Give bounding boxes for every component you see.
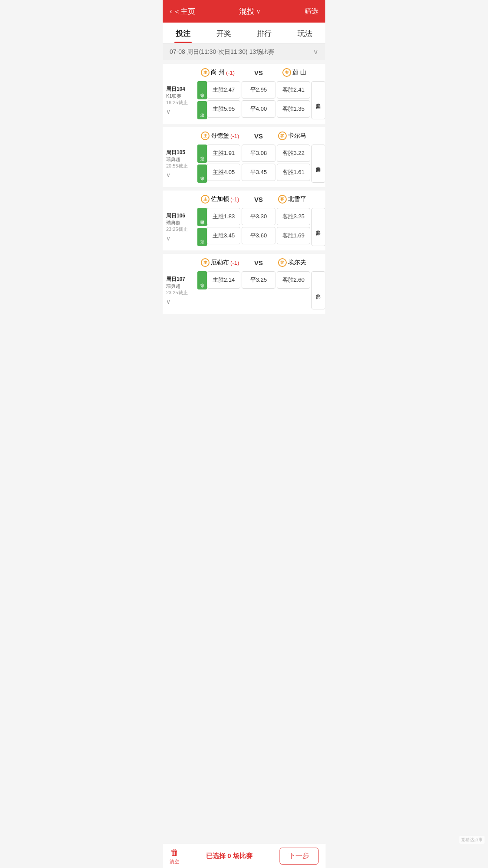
odds-rang-home-105[interactable]: 主胜4.05: [207, 164, 240, 181]
home-handicap: (-1): [230, 260, 239, 266]
label-rang-106: 让球: [197, 228, 207, 246]
home-team-name: 哥德堡: [211, 132, 229, 140]
date-bar[interactable]: 07-08 周日(11:30-次日11:30) 13场比赛 ∨: [163, 43, 325, 60]
away-badge-icon: 客: [282, 68, 291, 77]
odds-rang-away-105[interactable]: 客胜1.61: [277, 164, 310, 181]
match-expand-icon[interactable]: ∨: [166, 108, 170, 115]
match-content-106: 非让球 让球 主胜1.83 平3.30 客胜3.25 主胜3.45 平3.60 …: [197, 208, 325, 246]
odds-rang-away-104[interactable]: 客胜1.35: [277, 100, 310, 118]
home-team-104: 主 尚 州 (-1): [201, 68, 235, 77]
title-text: 混投: [239, 6, 255, 16]
odds-home-win-105[interactable]: 主胜1.91: [207, 145, 240, 162]
tab-wanfa[interactable]: 玩法: [285, 23, 325, 43]
match-league: 瑞典超: [166, 220, 180, 226]
home-team-name: 佐加顿: [211, 195, 229, 203]
vs-text: VS: [254, 259, 263, 266]
tab-kaijiang[interactable]: 开奖: [203, 23, 244, 43]
tab-bar: 投注 开奖 排行 玩法: [163, 23, 325, 43]
odds-away-win-106[interactable]: 客胜3.25: [277, 208, 310, 225]
label-rang-104: 让球: [197, 101, 207, 119]
match-expand-icon[interactable]: ∨: [166, 235, 170, 242]
odds-draw-107[interactable]: 平3.25: [242, 271, 275, 289]
match-id: 周日107: [166, 276, 185, 283]
back-button[interactable]: ‹ ＜主页: [170, 7, 195, 16]
home-team-name: 尚 州: [211, 69, 225, 76]
odds-draw-106[interactable]: 平3.30: [242, 208, 275, 225]
teams-row-104: 主 尚 州 (-1) VS 客 蔚 山: [166, 68, 325, 79]
label-feirang-107: 非让球: [197, 271, 207, 289]
match-content-107: 非让球 让球 主胜2.14 平3.25 客胜2.60 全部: [197, 271, 325, 309]
match-card-105: 主 哥德堡 (-1) VS 客 卡尔马 周日105 瑞典超 20:55截止 ∨ …: [163, 127, 325, 187]
odds-row-1-104: 主胜2.47 平2.95 客胜2.41: [207, 81, 310, 99]
match-card-106: 主 佐加顿 (-1) VS 客 北雪平 周日106 瑞典超 23:25截止 ∨ …: [163, 191, 325, 250]
vs-text: VS: [254, 196, 263, 203]
teams-row-107: 主 厄勒布 (-1) VS 客 埃尔夫: [166, 258, 325, 269]
matches-list: 主 尚 州 (-1) VS 客 蔚 山 周日104 K1联赛 18:25截止 ∨…: [163, 64, 325, 345]
odds-row-1-105: 主胜1.91 平3.08 客胜3.22: [207, 145, 310, 162]
odds-rang-home-106[interactable]: 主胜3.45: [207, 227, 240, 244]
match-content-104: 非让球 让球 主胜2.47 平2.95 客胜2.41 主胜5.95 平4.00 …: [197, 81, 325, 119]
filter-button[interactable]: 筛选: [305, 7, 318, 16]
away-team-name: 北雪平: [288, 195, 306, 203]
match-expand-icon[interactable]: ∨: [166, 171, 170, 178]
home-badge-icon: 主: [201, 195, 210, 204]
expand-button-104[interactable]: 全部展开: [311, 81, 325, 119]
vs-text: VS: [254, 69, 263, 76]
match-expand-icon[interactable]: ∨: [166, 298, 170, 305]
match-time: 23:25截止: [166, 226, 188, 233]
home-team-107: 主 厄勒布 (-1): [201, 258, 239, 267]
expand-button-107[interactable]: 全部: [311, 271, 325, 309]
odds-away-win-107[interactable]: 客胜2.60: [277, 271, 310, 289]
match-id: 周日105: [166, 149, 185, 156]
back-label: ＜主页: [173, 7, 195, 16]
tab-touzhu[interactable]: 投注: [163, 23, 203, 43]
home-handicap: (-1): [226, 69, 235, 76]
away-badge-icon: 客: [278, 258, 287, 267]
match-time: 20:55截止: [166, 163, 188, 169]
match-time: 23:25截止: [166, 289, 188, 296]
header: ‹ ＜主页 混投 ∨ 筛选: [163, 0, 325, 23]
expand-button-105[interactable]: 全部展开: [311, 145, 325, 183]
label-feirang-105: 非让球: [197, 145, 207, 163]
odds-home-win-107[interactable]: 主胜2.14: [207, 271, 240, 289]
odds-rang-home-104[interactable]: 主胜5.95: [207, 100, 240, 118]
tab-paihang[interactable]: 排行: [244, 23, 285, 43]
odds-draw-104[interactable]: 平2.95: [242, 81, 275, 99]
vs-text: VS: [254, 132, 263, 140]
away-team-name: 蔚 山: [292, 69, 306, 76]
odds-rang-draw-104[interactable]: 平4.00: [242, 100, 275, 118]
odds-row-2-104: 主胜5.95 平4.00 客胜1.35: [207, 100, 310, 118]
match-info-105: 周日105 瑞典超 20:55截止 ∨: [166, 145, 197, 183]
date-bar-arrow-icon: ∨: [313, 48, 318, 56]
odds-rang-draw-106[interactable]: 平3.60: [242, 227, 275, 244]
odds-rang-away-106[interactable]: 客胜1.69: [277, 227, 310, 244]
match-content-105: 非让球 让球 主胜1.91 平3.08 客胜3.22 主胜4.05 平3.45 …: [197, 145, 325, 183]
odds-home-win-104[interactable]: 主胜2.47: [207, 81, 240, 99]
match-time: 18:25截止: [166, 99, 188, 106]
match-info-104: 周日104 K1联赛 18:25截止 ∨: [166, 81, 197, 119]
title-dropdown-icon: ∨: [256, 8, 261, 15]
away-badge-icon: 客: [278, 195, 287, 204]
odds-away-win-105[interactable]: 客胜3.22: [277, 145, 310, 162]
odds-draw-105[interactable]: 平3.08: [242, 145, 275, 162]
match-league: 瑞典超: [166, 156, 180, 163]
odds-home-win-106[interactable]: 主胜1.83: [207, 208, 240, 225]
match-card-104: 主 尚 州 (-1) VS 客 蔚 山 周日104 K1联赛 18:25截止 ∨…: [163, 64, 325, 124]
match-league: K1联赛: [166, 93, 181, 99]
odds-away-win-104[interactable]: 客胜2.41: [277, 81, 310, 99]
away-team-106: 客 北雪平: [278, 195, 306, 204]
teams-row-105: 主 哥德堡 (-1) VS 客 卡尔马: [166, 132, 325, 142]
label-feirang-106: 非让球: [197, 208, 207, 226]
match-id: 周日106: [166, 212, 185, 220]
home-team-106: 主 佐加顿 (-1): [201, 195, 239, 204]
home-handicap: (-1): [230, 133, 239, 139]
header-title[interactable]: 混投 ∨: [239, 6, 261, 16]
match-league: 瑞典超: [166, 283, 180, 289]
match-id: 周日104: [166, 85, 185, 93]
home-handicap: (-1): [230, 196, 239, 203]
home-badge-icon: 主: [201, 132, 210, 140]
expand-button-106[interactable]: 全部展开: [311, 208, 325, 246]
away-team-104: 客 蔚 山: [282, 68, 306, 77]
away-team-107: 客 埃尔夫: [278, 258, 306, 267]
odds-rang-draw-105[interactable]: 平3.45: [242, 164, 275, 181]
